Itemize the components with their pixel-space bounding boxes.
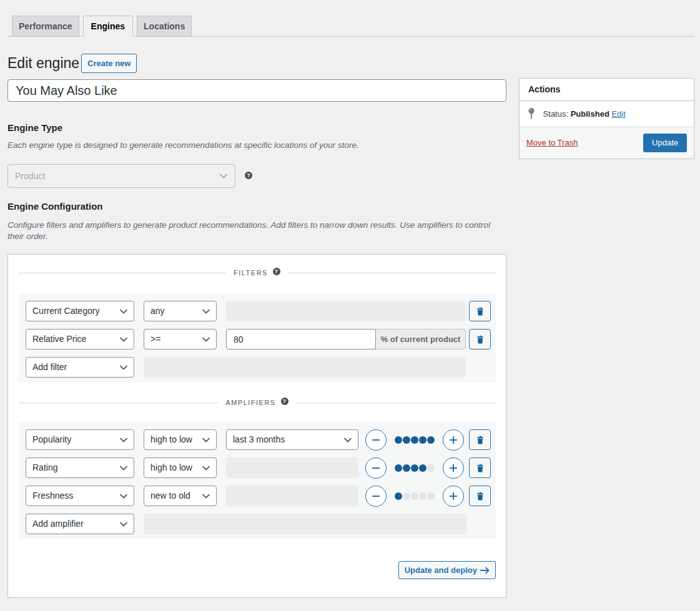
svg-text:?: ? [282, 398, 287, 404]
svg-text:?: ? [274, 268, 279, 275]
svg-text:?: ? [247, 172, 250, 178]
